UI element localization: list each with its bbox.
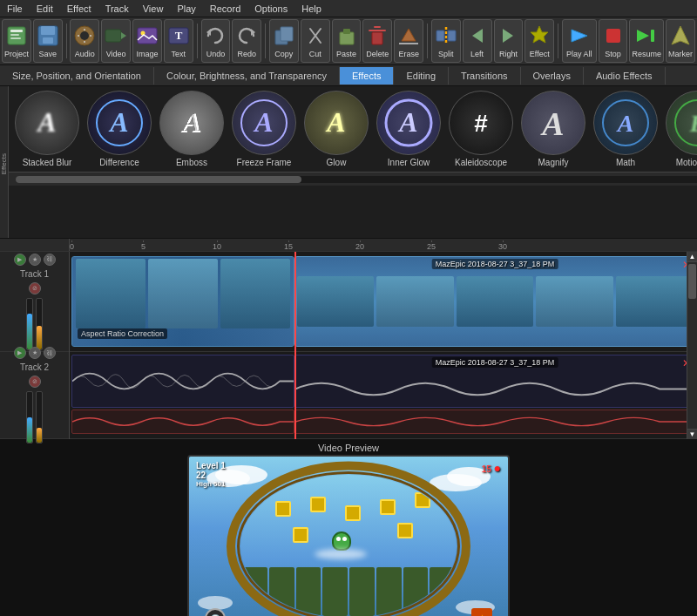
playhead[interactable]	[294, 252, 296, 439]
tab-colour[interactable]: Colour, Brightness, and Transparency	[154, 67, 340, 85]
effect-magnify[interactable]: A Magnify	[519, 91, 587, 167]
menu-edit[interactable]: Edit	[30, 2, 60, 16]
menu-effect[interactable]: Effect	[60, 2, 98, 16]
effect-emboss[interactable]: A Emboss	[158, 91, 226, 167]
split-button[interactable]: Split	[431, 19, 461, 63]
menu-track[interactable]: Track	[98, 2, 136, 16]
effects-items-list: A Stacked Blur A Difference	[9, 86, 697, 172]
effect-glow[interactable]: A Glow	[302, 91, 370, 167]
text-button[interactable]: T Text	[164, 19, 193, 63]
svg-text:A: A	[325, 106, 345, 138]
menu-record[interactable]: Record	[203, 2, 247, 16]
clip-audio-1a[interactable]	[71, 355, 294, 408]
svg-rect-6	[43, 37, 53, 44]
svg-text:T: T	[175, 29, 183, 42]
track-1-play-btn[interactable]: ▶	[14, 254, 26, 266]
effect-stacked-blur[interactable]: A Stacked Blur	[13, 91, 81, 167]
effects-side-label: Effects	[0, 153, 8, 174]
effect-math[interactable]: A Math	[592, 91, 660, 167]
clip-audio-wave-1a[interactable]	[71, 410, 294, 434]
v-scroll-up[interactable]: ▲	[687, 252, 697, 262]
track-1-chain-btn[interactable]: ⛓	[44, 254, 56, 266]
effect-inner-glow[interactable]: A Inner Glow	[375, 91, 443, 167]
effects-sidebar: Effects	[0, 86, 9, 238]
redo-button[interactable]: Redo	[232, 19, 261, 63]
clip-audio-1b[interactable]: MazEpic 2018-08-27 3_37_18 PM ✕	[294, 355, 687, 408]
resume-button[interactable]: Resume	[629, 19, 664, 63]
effect-difference[interactable]: A Difference	[85, 91, 153, 167]
clip-video-1b[interactable]: MazEpic 2018-08-27 3_37_18 PM ✕	[294, 256, 687, 347]
project-button[interactable]: Project	[2, 19, 31, 63]
effect-motion-blur[interactable]: B Motion Blur	[664, 91, 697, 167]
effects-scrollbar[interactable]	[9, 172, 697, 186]
track-1-mute-btn[interactable]: ⊘	[29, 282, 41, 294]
sep-2	[197, 24, 198, 58]
tab-transitions[interactable]: Transitions	[449, 67, 520, 85]
clip-video-1a[interactable]: Aspect Ratio Correction	[71, 256, 294, 347]
track-content[interactable]: Aspect Ratio Correction MazEpic 2018-08-…	[70, 252, 687, 439]
menu-file[interactable]: File	[0, 2, 30, 16]
menu-help[interactable]: Help	[294, 2, 328, 16]
svg-rect-20	[343, 29, 350, 34]
track-1-meter-l-fill	[27, 314, 32, 349]
audio-button[interactable]: Audio	[70, 19, 99, 63]
effect-freeze-frame[interactable]: A Freeze Frame	[230, 91, 298, 167]
effects-scroll-area[interactable]: A Stacked Blur A Difference	[9, 86, 697, 238]
delete-button[interactable]: Delete	[362, 19, 392, 63]
svg-rect-2	[10, 34, 19, 36]
marker-button[interactable]: Marker	[666, 19, 695, 63]
track-2-chain-btn[interactable]: ⛓	[44, 347, 56, 359]
svg-text:A: A	[253, 106, 273, 138]
tab-audio-effects[interactable]: Audio Effects	[584, 67, 666, 85]
clip-audio-wave-1b[interactable]	[294, 410, 687, 434]
video-button[interactable]: Video	[101, 19, 131, 63]
left-button[interactable]: Left	[463, 19, 492, 63]
track-2-meter-l-fill	[27, 417, 32, 443]
erase-button[interactable]: Erase	[394, 19, 423, 63]
right-button[interactable]: Right	[494, 19, 524, 63]
tab-effects[interactable]: Effects	[340, 67, 394, 85]
track-2-play-btn[interactable]: ▶	[14, 347, 26, 359]
tab-editing[interactable]: Editing	[394, 67, 449, 85]
effect-button[interactable]: Effect	[524, 19, 554, 63]
scrollbar-track[interactable]	[16, 176, 697, 183]
paste-button[interactable]: Paste	[332, 19, 362, 63]
menu-play[interactable]: Play	[170, 2, 202, 16]
svg-rect-25	[436, 30, 444, 41]
sep-5	[558, 24, 558, 58]
track-1-lock-btn[interactable]: ★	[29, 254, 41, 266]
svg-text:A: A	[616, 110, 634, 137]
svg-marker-27	[472, 29, 483, 43]
image-button[interactable]: Image	[132, 19, 162, 63]
hud-score: 22	[196, 470, 226, 480]
cut-button[interactable]: Cut	[301, 19, 330, 63]
track-2-label: ▶ ★ ⛓ Track 2 ⊘	[0, 352, 69, 439]
effect-kaleidoscope[interactable]: # Kaleidoscope	[447, 91, 515, 167]
hud-level: Level 1	[196, 461, 226, 470]
timeline-ruler[interactable]: 0 5 10 15 20 25 30	[70, 239, 697, 251]
undo-button[interactable]: Undo	[201, 19, 231, 63]
hud-lives: 15	[482, 464, 491, 474]
track-2-meter-r	[36, 391, 43, 443]
copy-button[interactable]: Copy	[269, 19, 299, 63]
track-2-controls: ▶ ★ ⛓	[14, 347, 56, 359]
save-button[interactable]: Save	[33, 19, 63, 63]
menu-view[interactable]: View	[136, 2, 171, 16]
track-2-mute-btn[interactable]: ⊘	[29, 376, 41, 388]
stop-button[interactable]: Stop	[599, 19, 628, 63]
v-scroll-thumb[interactable]	[688, 264, 696, 299]
track-1-meters	[26, 298, 43, 350]
track-2-vol-controls: ⊘	[29, 376, 41, 388]
svg-rect-5	[41, 26, 55, 35]
barrel-inner-ring	[237, 471, 460, 616]
menu-options[interactable]: Options	[247, 2, 294, 16]
tab-size-pos[interactable]: Size, Position, and Orientation	[0, 67, 154, 85]
track-1-vol-controls: ⊘	[29, 282, 41, 294]
timeline-v-scrollbar[interactable]: ▲ ▼	[687, 252, 697, 439]
scrollbar-thumb[interactable]	[16, 176, 301, 183]
track-2-lock-btn[interactable]: ★	[29, 347, 41, 359]
v-scroll-down[interactable]: ▼	[687, 429, 697, 439]
track-labels-column: ▶ ★ ⛓ Track 1 ⊘	[0, 252, 70, 439]
tab-overlays[interactable]: Overlays	[521, 67, 584, 85]
play-all-button[interactable]: Play All	[562, 19, 597, 63]
